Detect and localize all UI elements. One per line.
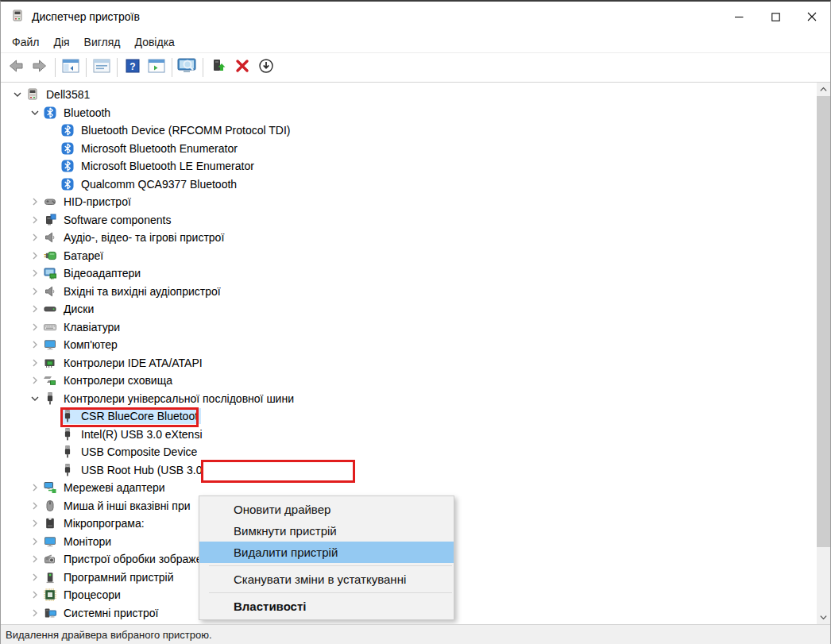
update-driver-button[interactable] (207, 56, 230, 79)
tree-item[interactable]: Вхідні та вихідні аудіопристрої (1, 283, 817, 301)
scan-hardware-changes-button[interactable] (176, 56, 199, 79)
tree-item-body: Миша й інші вказівні при (44, 498, 194, 514)
toolbar-separator (203, 58, 203, 77)
tree-item[interactable]: Контролери універсальної послідовної шин… (1, 390, 817, 408)
forward-button[interactable] (28, 56, 52, 79)
tree-item[interactable]: USB Composite Device (1, 443, 817, 461)
expander-collapsed-icon[interactable] (26, 338, 44, 351)
tree-item[interactable]: Диски (1, 300, 817, 318)
update-driver-icon (211, 58, 226, 77)
system-device-icon (44, 607, 56, 619)
tree-item[interactable]: Intel(R) USB 3.0 eXtensi (1, 426, 817, 444)
tree-item-label: Intel(R) USB 3.0 eXtensi (80, 426, 206, 442)
back-arrow-icon (8, 58, 24, 77)
menubar-item-2[interactable]: Вигляд (77, 33, 128, 52)
tree-item-body: Qualcomm QCA9377 Bluetooth (61, 176, 240, 192)
scrollbar-down-icon[interactable] (817, 611, 830, 624)
expander-collapsed-icon[interactable] (26, 267, 44, 280)
expander-spacer (44, 142, 61, 155)
help-button[interactable]: ? (121, 56, 145, 79)
menu-separator (209, 592, 452, 593)
tree-item[interactable]: Батареї (1, 247, 817, 265)
action-pane-icon (148, 59, 165, 76)
context-menu-item[interactable]: Оновити драйвер (199, 499, 454, 520)
expander-spacer (44, 160, 61, 172)
tree-item[interactable]: Клавіатури (1, 318, 817, 337)
expander-collapsed-icon[interactable] (26, 357, 44, 369)
scrollbar-thumb[interactable] (817, 96, 830, 547)
keyboard-icon (44, 321, 56, 334)
minimize-button[interactable] (721, 2, 757, 32)
expander-collapsed-icon[interactable] (26, 553, 44, 565)
menubar-item-3[interactable]: Довідка (128, 33, 182, 52)
context-menu-item[interactable]: Вимкнути пристрій (199, 520, 454, 542)
expander-collapsed-icon[interactable] (26, 571, 44, 584)
expander-collapsed-icon[interactable] (26, 535, 44, 548)
expander-expanded-icon[interactable] (9, 88, 26, 101)
tree-item[interactable]: Dell3581 (1, 86, 817, 104)
tree-item[interactable]: Мережеві адаптери (1, 479, 817, 497)
expander-collapsed-icon[interactable] (26, 303, 44, 315)
scrollbar-up-icon[interactable] (817, 83, 830, 96)
tree-item[interactable]: HID-пристрої (1, 193, 817, 211)
show-console-tree-button[interactable] (59, 56, 83, 79)
expander-collapsed-icon[interactable] (26, 481, 44, 494)
properties-button[interactable] (90, 56, 114, 79)
close-button[interactable] (794, 2, 830, 32)
action-pane-button[interactable] (145, 56, 168, 79)
context-menu-item[interactable]: Сканувати зміни в устаткуванні (199, 569, 454, 590)
tree-item[interactable]: Аудіо-, відео- та ігрові пристрої (1, 229, 817, 247)
maximize-button[interactable] (757, 2, 794, 32)
expander-collapsed-icon[interactable] (26, 588, 44, 601)
tree-item-body: Dell3581 (26, 87, 93, 102)
tree-item[interactable]: Qualcomm QCA9377 Bluetooth (1, 175, 817, 194)
back-button[interactable] (4, 56, 28, 79)
status-bar: Видалення драйвера вибраного пристрою. (1, 624, 830, 644)
tree-item[interactable]: USB Root Hub (USB 3.0 (1, 461, 817, 480)
expander-collapsed-icon[interactable] (26, 321, 44, 334)
tree-item-body: Контролери IDE ATA/ATAPI (44, 355, 206, 371)
tree-item[interactable]: Microsoft Bluetooth Enumerator (1, 140, 817, 158)
expander-expanded-icon[interactable] (26, 106, 44, 119)
expander-collapsed-icon[interactable] (26, 607, 44, 619)
tree-item[interactable]: Комп'ютер (1, 336, 817, 354)
context-menu-item[interactable]: Властивості (199, 596, 454, 617)
expander-collapsed-icon[interactable] (26, 249, 44, 262)
console-tree-icon (62, 59, 79, 76)
tree-item[interactable]: Bluetooth (1, 104, 817, 122)
tree-item-body: Системні пристрої (44, 605, 161, 621)
menubar-item-1[interactable]: Дія (46, 33, 76, 52)
toolbar-separator (117, 58, 118, 77)
expander-collapsed-icon[interactable] (26, 214, 44, 226)
expander-collapsed-icon[interactable] (26, 285, 44, 298)
tree-item[interactable]: CSR BlueCore Bluetoot (1, 407, 817, 426)
tree-item-body: Монітори (44, 534, 114, 550)
tree-item[interactable]: Контролери IDE ATA/ATAPI (1, 354, 817, 372)
expander-collapsed-icon[interactable] (26, 499, 44, 512)
tree-item[interactable]: Software components (1, 211, 817, 229)
tree-item[interactable]: Відеоадаптери (1, 264, 817, 283)
expander-collapsed-icon[interactable] (26, 231, 44, 244)
tree-item-body: Процесори (44, 587, 124, 603)
expander-collapsed-icon[interactable] (26, 517, 44, 530)
computer-icon (26, 88, 39, 101)
context-menu-item[interactable]: Видалити пристрій (199, 542, 454, 563)
tree-item-label: Мережеві адаптери (63, 480, 168, 496)
disable-device-button[interactable] (254, 56, 278, 79)
expander-collapsed-icon[interactable] (26, 374, 44, 387)
menubar-item-0[interactable]: Файл (5, 33, 46, 52)
tree-item-body: Клавіатури (44, 319, 123, 335)
tree-item[interactable]: Bluetooth Device (RFCOMM Protocol TDI) (1, 121, 817, 140)
tree-item-label: Dell3581 (45, 87, 93, 102)
properties-icon (93, 59, 110, 76)
caption-buttons (721, 2, 830, 32)
uninstall-icon (234, 58, 250, 77)
tree-item-body: Вхідні та вихідні аудіопристрої (44, 283, 224, 299)
expander-collapsed-icon[interactable] (26, 195, 44, 208)
tree-item[interactable]: Microsoft Bluetooth LE Enumerator (1, 157, 817, 175)
uninstall-device-button[interactable] (230, 56, 254, 79)
tree-item[interactable]: Контролери сховища (1, 372, 817, 390)
expander-expanded-icon[interactable] (26, 392, 44, 405)
bluetooth-icon (61, 160, 74, 172)
vertical-scrollbar[interactable] (817, 83, 830, 624)
